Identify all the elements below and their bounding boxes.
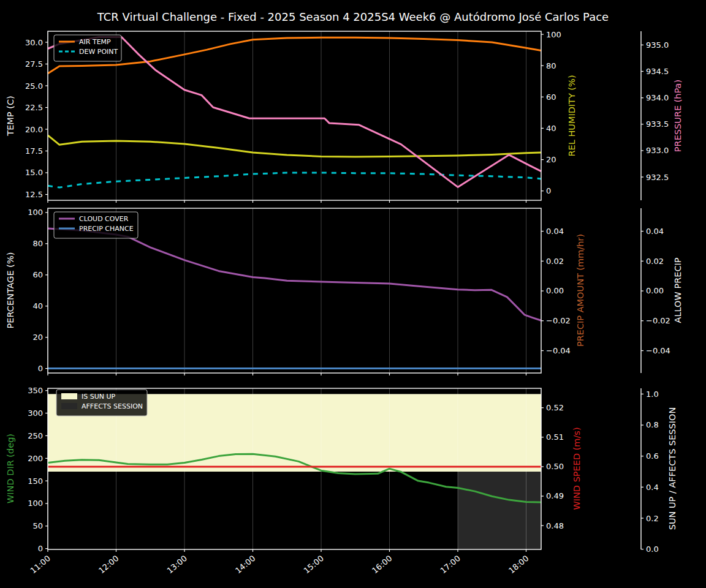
y-tick-label: 22.5	[25, 103, 43, 112]
y-tick-label: 40	[546, 124, 556, 133]
y-tick-label: 40	[32, 301, 43, 311]
series-rel-humidity	[48, 135, 541, 157]
y-tick-label: 80	[546, 61, 556, 70]
legend-label: PRECIP CHANCE	[79, 225, 134, 233]
y-tick-label: −0.02	[546, 316, 571, 325]
legend-label: CLOUD COVER	[79, 215, 129, 223]
x-tick-label: 15:00	[302, 554, 325, 576]
y-tick-label: −0.02	[646, 316, 670, 325]
y-tick-label: 1.0	[646, 390, 659, 399]
y-tick-label: 0.48	[546, 521, 564, 530]
y-tick-label: 0.2	[646, 514, 659, 523]
sun-up-axis-label: SUN UP / AFFECTS SESSION	[667, 407, 677, 530]
legend-label: AIR TEMP	[79, 38, 111, 46]
y-tick-label: 200	[28, 454, 43, 463]
y-tick-label: 250	[28, 431, 43, 440]
y-tick-label: 100	[28, 499, 43, 508]
precip-amount-axis-label: PRECIP AMOUNT (mm/hr)	[575, 234, 585, 347]
y-tick-label: 20	[546, 155, 556, 164]
y-tick-label: 20.0	[25, 125, 43, 134]
x-tick-label: 14:00	[233, 554, 257, 576]
y-tick-label: 0.51	[546, 432, 564, 442]
y-tick-label: 0.00	[546, 286, 564, 295]
percentage-axis-label: PERCENTAGE (%)	[6, 252, 15, 329]
y-tick-label: 0.4	[646, 483, 659, 492]
y-tick-label: 935.0	[646, 40, 669, 50]
y-tick-label: −0.04	[546, 346, 571, 355]
y-tick-label: 0.50	[546, 462, 564, 471]
y-tick-label: 0.52	[546, 403, 564, 412]
y-tick-label: 80	[32, 239, 43, 248]
legend: AIR TEMPDEW POINT	[54, 35, 121, 61]
y-tick-label: 0	[38, 364, 43, 373]
temp-axis-label: TEMP (C)	[6, 96, 15, 135]
y-tick-label: 60	[546, 92, 556, 102]
legend: CLOUD COVERPRECIP CHANCE	[54, 212, 138, 238]
y-tick-label: 150	[28, 477, 43, 486]
allow-precip-axis-label: ALLOW PRECIP	[673, 257, 683, 323]
legend-label: IS SUN UP	[82, 393, 116, 401]
y-tick-label: 350	[28, 386, 43, 395]
x-tick-label: 17:00	[439, 554, 462, 576]
y-tick-label: 0.02	[546, 257, 564, 266]
chart-canvas: 12.515.017.520.022.525.027.530.002040608…	[0, 0, 706, 588]
y-tick-label: −0.04	[646, 346, 670, 355]
pressure-axis-label: PRESSURE (hPa)	[673, 80, 683, 152]
y-tick-label: 12.5	[25, 190, 43, 199]
y-tick-label: 933.0	[646, 146, 669, 155]
legend-label: AFFECTS SESSION	[82, 402, 143, 410]
y-tick-label: 0.02	[646, 257, 664, 266]
y-tick-label: 50	[32, 521, 43, 530]
cloud-precip-panel: 020406080100−0.04−0.020.000.020.04−0.04−…	[28, 208, 670, 375]
y-tick-label: 17.5	[25, 146, 43, 156]
weather-figure: TCR Virtual Challenge - Fixed - 2025 Sea…	[0, 0, 706, 588]
wind-sun-panel: 11:0012:0013:0014:0015:0016:0017:0018:00…	[28, 386, 659, 575]
y-tick-label: 0.04	[546, 227, 564, 236]
legend: IS SUN UPAFFECTS SESSION	[56, 390, 147, 416]
legend-swatch	[61, 393, 77, 399]
y-tick-label: 0.49	[546, 491, 564, 500]
y-tick-label: 15.0	[25, 168, 43, 177]
y-tick-label: 0	[546, 186, 551, 195]
series-cloud-cover	[48, 228, 541, 320]
y-tick-label: 100	[28, 208, 43, 217]
y-tick-label: 0.00	[646, 286, 664, 295]
series-air-temp	[48, 37, 541, 74]
y-tick-label: 0.8	[646, 420, 659, 429]
x-tick-label: 16:00	[370, 554, 393, 576]
affects-session-region	[458, 472, 541, 549]
y-tick-label: 25.0	[25, 81, 43, 91]
y-tick-label: 0	[38, 544, 43, 553]
wind-dir-axis-label: WIND DIR (deg)	[6, 434, 15, 503]
panel-frame	[48, 31, 541, 200]
y-tick-label: 300	[28, 409, 43, 418]
series-pressure	[48, 37, 541, 187]
legend-label: DEW POINT	[79, 48, 118, 56]
y-tick-label: 933.5	[646, 119, 669, 129]
y-tick-label: 0.6	[646, 451, 659, 461]
y-tick-label: 934.0	[646, 93, 669, 102]
wind-speed-axis-label: WIND SPEED (m/s)	[572, 427, 582, 510]
y-tick-label: 932.5	[646, 173, 669, 182]
x-tick-label: 12:00	[97, 554, 120, 576]
y-tick-label: 0.0	[646, 545, 659, 554]
legend-swatch	[61, 403, 77, 409]
y-tick-label: 0.04	[646, 227, 664, 236]
x-tick-label: 11:00	[29, 554, 52, 576]
y-tick-label: 30.0	[25, 38, 43, 47]
humidity-axis-label: REL HUMIDITY (%)	[567, 75, 577, 156]
y-tick-label: 20	[32, 333, 43, 342]
y-tick-label: 27.5	[25, 59, 43, 69]
x-tick-label: 13:00	[165, 554, 189, 576]
y-tick-label: 934.5	[646, 67, 669, 76]
x-tick-label: 18:00	[507, 554, 530, 576]
y-tick-label: 60	[32, 270, 43, 279]
y-tick-label: 100	[546, 30, 561, 39]
